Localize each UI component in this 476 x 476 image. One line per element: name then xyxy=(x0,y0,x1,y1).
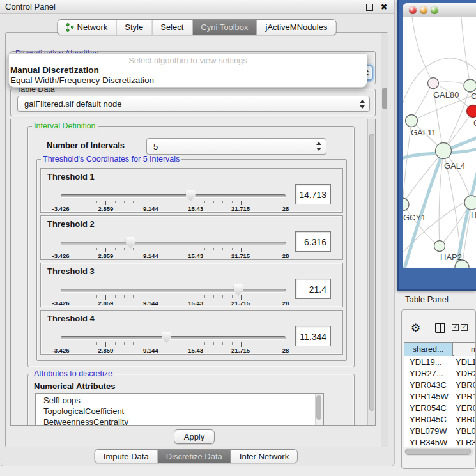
cell-shared-name: YDR27... xyxy=(410,369,443,378)
slider-track[interactable] xyxy=(61,194,286,197)
attributes-scrollbar[interactable] xyxy=(315,394,323,426)
tick-major xyxy=(196,201,196,205)
table-row[interactable]: YER054CYER0 xyxy=(404,402,476,413)
close-traffic-light-icon[interactable] xyxy=(409,6,417,14)
outer-scrollbar-thumb[interactable] xyxy=(382,88,387,109)
tab-label: Infer Network xyxy=(240,452,289,461)
tick-minor xyxy=(232,295,233,298)
split-table-icon[interactable] xyxy=(435,323,445,333)
minimize-traffic-light-icon[interactable] xyxy=(420,6,427,14)
tick-minor xyxy=(187,295,187,298)
tab-cyni-toolbox[interactable]: Cyni Toolbox xyxy=(192,20,256,35)
apply-button[interactable]: Apply xyxy=(174,429,215,444)
table-row[interactable]: YBL079WYBL0 xyxy=(404,425,476,436)
tick-major xyxy=(286,342,286,347)
table-row[interactable]: YBR043CYBR0 xyxy=(404,379,476,390)
table-row[interactable]: YBR045CYBR0 xyxy=(404,413,476,425)
threshold-value-field[interactable]: 6.316 xyxy=(295,231,331,252)
dropdown-option[interactable]: Equal Width/Frequency Discretization xyxy=(10,75,154,85)
attribute-item[interactable]: SelfLoops xyxy=(43,395,81,405)
checkbox-icon[interactable] xyxy=(461,324,468,331)
inner-scrollbar-thumb[interactable] xyxy=(369,134,374,411)
cell-shared-name: YBL079W xyxy=(410,426,447,436)
slider-thumb[interactable] xyxy=(186,190,196,201)
network-node[interactable] xyxy=(464,79,476,92)
cell-name: YLR3 xyxy=(456,438,476,447)
table-data-combo[interactable]: galFiltered.sif default node xyxy=(17,96,370,112)
tab-style[interactable]: Style xyxy=(116,20,151,35)
tick-major xyxy=(151,295,151,300)
tick-minor xyxy=(187,248,187,250)
network-node[interactable] xyxy=(434,241,445,252)
tab-discretize-data[interactable]: Discretize Data xyxy=(157,450,231,463)
table-header-row: shared... n xyxy=(404,342,476,356)
network-node[interactable] xyxy=(403,198,409,211)
zoom-traffic-light-icon[interactable] xyxy=(431,6,438,14)
slider-thumb[interactable] xyxy=(126,237,135,249)
num-intervals-combo[interactable]: 5 xyxy=(146,138,326,155)
tick-label: -3.426 xyxy=(47,347,75,354)
network-node[interactable] xyxy=(436,143,452,159)
tick-minor xyxy=(70,295,70,298)
numerical-attributes-list[interactable]: SelfLoopsTopologicalCoefficientBetweenne… xyxy=(35,393,324,426)
close-icon[interactable] xyxy=(381,3,389,12)
table-row[interactable]: YDR27...YDR2 xyxy=(404,367,476,379)
slider-thumb[interactable] xyxy=(234,284,243,296)
tick-major xyxy=(241,295,242,300)
tab-network[interactable]: Network xyxy=(58,20,116,35)
cell-name: YBL0 xyxy=(456,426,476,436)
slider-thumb[interactable] xyxy=(162,332,171,343)
table-row[interactable]: YDL19...YDL1 xyxy=(404,356,476,367)
tick-minor xyxy=(124,248,125,250)
network-canvas[interactable]: GAL80GCGAL11GAL4GCY1HHAP2 xyxy=(403,17,476,268)
tab-infer-network[interactable]: Infer Network xyxy=(231,450,297,463)
threshold-value-field[interactable]: 14.713 xyxy=(295,184,331,204)
network-node[interactable] xyxy=(467,105,476,118)
tick-minor xyxy=(96,342,97,345)
table-horizontal-scrollbar-thumb[interactable] xyxy=(405,449,471,455)
gear-icon[interactable] xyxy=(411,321,420,335)
slider-track[interactable] xyxy=(61,336,286,339)
tick-minor xyxy=(124,201,125,203)
tick-minor xyxy=(79,201,79,203)
tab-impute-data[interactable]: Impute Data xyxy=(95,450,157,463)
network-node[interactable] xyxy=(406,115,418,127)
table-row[interactable]: YLR345WYLR3 xyxy=(404,436,476,447)
tick-minor xyxy=(169,342,169,345)
tick-minor xyxy=(79,295,79,298)
tab-jactivemnodules[interactable]: jActiveMNodules xyxy=(257,20,336,35)
attributes-scrollbar-thumb[interactable] xyxy=(316,395,321,420)
slider-track[interactable] xyxy=(61,242,286,245)
threshold-value-field[interactable]: 11.344 xyxy=(295,326,331,346)
network-node[interactable] xyxy=(464,196,476,210)
attribute-item[interactable]: TopologicalCoefficient xyxy=(43,406,124,416)
dropdown-option[interactable]: Manual Discretization xyxy=(10,65,99,75)
column-header-name[interactable]: n xyxy=(454,343,476,356)
outer-scrollbar[interactable] xyxy=(381,33,388,447)
tick-minor xyxy=(250,342,250,345)
tick-minor xyxy=(178,295,178,298)
network-edge xyxy=(411,83,433,121)
table-horizontal-scrollbar[interactable] xyxy=(404,448,473,456)
node-label: GCY1 xyxy=(403,213,426,222)
attribute-item[interactable]: BetweennessCentrality xyxy=(43,417,128,426)
network-graph[interactable]: GAL80GCGAL11GAL4GCY1HHAP2 xyxy=(403,17,476,268)
tick-label: -3.426 xyxy=(47,300,75,307)
tab-select[interactable]: Select xyxy=(151,20,192,35)
tick-major xyxy=(105,295,106,300)
tick-label: 28 xyxy=(272,300,300,307)
slider-track[interactable] xyxy=(61,289,286,292)
tick-minor xyxy=(115,342,116,345)
table-row[interactable]: YPR145WYPR1 xyxy=(404,390,476,402)
tick-label: 2.859 xyxy=(91,205,119,212)
tick-minor xyxy=(79,342,79,345)
tick-major xyxy=(61,342,61,347)
dropdown-hint: Select algorithm to view settings xyxy=(9,56,367,65)
checkbox-icon[interactable] xyxy=(452,324,459,331)
network-node[interactable] xyxy=(428,78,439,89)
column-header-shared-name[interactable]: shared... xyxy=(404,343,453,356)
cell-shared-name: YPR145W xyxy=(410,392,449,401)
threshold-value-field[interactable]: 21.4 xyxy=(295,279,331,299)
inner-scrollbar[interactable] xyxy=(367,119,376,426)
float-window-icon[interactable] xyxy=(365,3,374,12)
